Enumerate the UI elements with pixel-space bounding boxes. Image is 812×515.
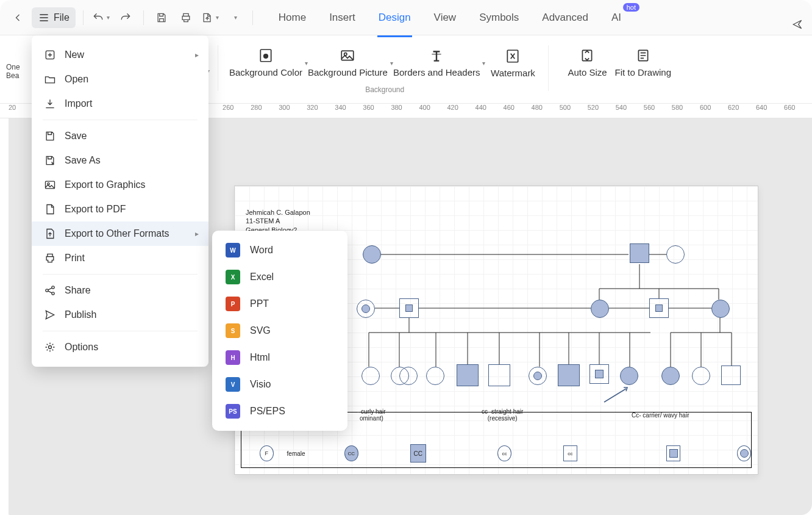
redo-button[interactable]	[115, 7, 136, 28]
menu-export-other[interactable]: Export to Other Formats▸	[32, 221, 208, 246]
tab-view[interactable]: View	[433, 8, 458, 27]
bg-picture-button[interactable]: Background Picture	[308, 39, 388, 87]
pdf-icon	[44, 203, 56, 215]
export-excel[interactable]: XExcel	[212, 264, 347, 290]
svg-point-18	[49, 346, 52, 349]
ppt-icon: P	[226, 297, 240, 311]
export-icon	[201, 12, 213, 24]
bg-color-button[interactable]: Background Color	[229, 39, 302, 87]
ribbon-group-background: Background Color ▾ Background Picture ▾ …	[221, 39, 549, 103]
undo-button[interactable]: ▾	[91, 7, 112, 28]
publish-icon	[44, 309, 56, 321]
svg-point-6	[264, 54, 268, 59]
tab-bar: Home Insert Design View Symbols Advanced…	[277, 8, 622, 27]
svg-rect-10	[583, 50, 592, 60]
watermark-button[interactable]: Watermark	[485, 39, 540, 87]
borders-button[interactable]: Borders and Headers	[393, 39, 480, 87]
menu-options[interactable]: Options	[32, 335, 208, 359]
hot-badge: hot	[623, 3, 639, 12]
gear-icon	[44, 341, 56, 353]
export-icon	[44, 228, 56, 240]
word-icon: W	[226, 243, 240, 258]
print-icon	[180, 12, 192, 24]
menu-print[interactable]: Print	[32, 246, 208, 270]
hamburger-icon	[38, 12, 50, 24]
share-icon	[44, 284, 56, 297]
ps-icon: PS	[226, 404, 240, 419]
group-label-background: Background	[229, 85, 541, 94]
image-icon	[44, 179, 56, 191]
tab-ai[interactable]: AIhot	[610, 8, 622, 27]
menu-publish[interactable]: Publish	[32, 303, 208, 327]
saveas-icon	[44, 154, 56, 167]
export-visio[interactable]: VVisio	[212, 371, 347, 398]
save-icon	[44, 130, 56, 142]
export-html[interactable]: HHtml	[212, 344, 347, 371]
export-svg[interactable]: SSVG	[212, 317, 347, 344]
tab-design[interactable]: Design	[377, 8, 412, 27]
print-icon	[44, 252, 56, 264]
chevron-left-icon	[12, 12, 24, 24]
html-icon: H	[226, 350, 240, 365]
tab-home[interactable]: Home	[277, 8, 307, 27]
folder-icon	[44, 73, 56, 85]
menu-share[interactable]: Share	[32, 278, 208, 303]
save-icon	[155, 12, 168, 24]
import-icon	[44, 98, 56, 110]
menu-export-pdf[interactable]: Export to PDF	[32, 197, 208, 221]
file-label: File	[54, 12, 69, 23]
caret-icon: ▾	[107, 14, 110, 21]
export-ppt[interactable]: PPPT	[212, 290, 347, 317]
save-button[interactable]	[151, 7, 172, 28]
menu-import[interactable]: Import	[32, 92, 208, 116]
ribbon-group-size: Auto Size Fit to Drawing	[551, 39, 680, 103]
file-menu-button[interactable]: File	[32, 7, 76, 28]
send-icon[interactable]	[791, 18, 803, 33]
excel-icon: X	[226, 270, 240, 284]
export-formats-submenu: WWord XExcel PPPT SSVG HHtml VVisio PSPS…	[212, 231, 347, 431]
visio-icon: V	[226, 377, 240, 392]
menu-save[interactable]: Save	[32, 124, 208, 148]
print-button[interactable]	[176, 7, 196, 28]
menu-new[interactable]: New▸	[32, 43, 208, 67]
chevron-right-icon: ▸	[195, 51, 199, 59]
more-button[interactable]: ▾	[224, 7, 245, 28]
chevron-right-icon: ▸	[195, 229, 199, 238]
back-button[interactable]	[7, 7, 28, 28]
undo-icon	[92, 12, 104, 24]
ribbon-side-label: OneBea	[6, 39, 26, 103]
export-ps[interactable]: PSPS/EPS	[212, 398, 347, 425]
file-menu: New▸ Open Import Save Save As Export to …	[32, 35, 208, 367]
export-word[interactable]: WWord	[212, 237, 347, 264]
fit-drawing-button[interactable]: Fit to Drawing	[614, 39, 671, 87]
svg-icon: S	[226, 323, 240, 338]
tab-symbols[interactable]: Symbols	[478, 8, 520, 27]
export-button[interactable]: ▾	[200, 7, 221, 28]
redo-icon	[119, 12, 132, 24]
menu-export-graphics[interactable]: Export to Graphics	[32, 173, 208, 197]
plus-icon	[44, 49, 56, 61]
auto-size-button[interactable]: Auto Size	[560, 39, 614, 87]
menu-open[interactable]: Open	[32, 67, 208, 92]
tab-insert[interactable]: Insert	[328, 8, 357, 27]
caret-icon: ▾	[216, 14, 219, 21]
menu-saveas[interactable]: Save As	[32, 148, 208, 173]
tab-advanced[interactable]: Advanced	[541, 8, 589, 27]
caret-icon: ▾	[234, 14, 237, 21]
